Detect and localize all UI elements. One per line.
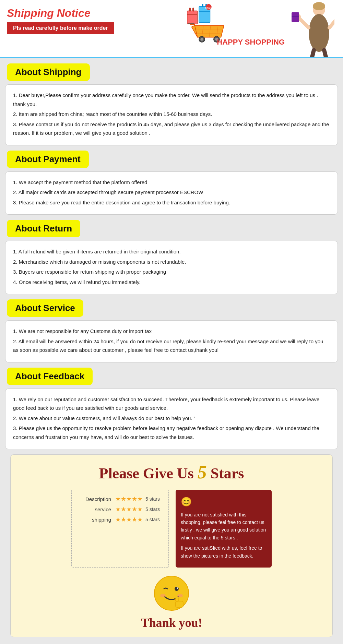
stars-count-description: 5 stars (145, 496, 160, 502)
list-item: 4. Once receiving items, we will refund … (13, 278, 330, 287)
stars-count-shipping: 5 stars (145, 517, 160, 522)
main-content: About Shipping 1. Dear buyer,Please conf… (0, 58, 343, 637)
svg-line-24 (329, 17, 334, 28)
svg-point-22 (313, 2, 325, 10)
list-item: 1. Dear buyer,Please confirm your addres… (13, 91, 330, 108)
svg-point-34 (160, 594, 166, 597)
thank-you-text: Thank you! (17, 616, 326, 630)
list-item: 1. We are not responsible for any Custom… (13, 327, 330, 336)
svg-rect-5 (202, 4, 203, 7)
service-heading: About Service (7, 299, 83, 317)
payment-heading: About Payment (7, 151, 89, 168)
payment-content: 1. We accept the payment method that the… (5, 171, 338, 215)
list-item: 2. We care about our value customers, an… (13, 414, 330, 423)
rating-label-description: Description (80, 496, 111, 502)
svg-rect-29 (292, 12, 299, 22)
svg-line-27 (312, 50, 314, 57)
info-text-2: If you are satiSfied with us, feel free … (181, 544, 267, 560)
header-subtitle: Pls read carefully before make order (7, 22, 114, 34)
rating-row-shipping: shipping ★★★★★ 5 stars (80, 516, 160, 523)
info-box: 😊 If you are not satisfied with this sho… (176, 490, 272, 568)
feedback-heading: About Feedback (7, 368, 93, 385)
stars-count-service: 5 stars (145, 506, 160, 512)
happy-shopping-text: HAPPY SHOPPING (217, 38, 285, 47)
shipping-content: 1. Dear buyer,Please confirm your addres… (5, 84, 338, 145)
list-item: 2. Merchandise which is damaged or missi… (13, 258, 330, 266)
rating-row-service: service ★★★★★ 5 stars (80, 505, 160, 513)
payment-list: 1. We accept the payment method that the… (13, 178, 330, 207)
shipping-heading: About Shipping (7, 63, 90, 81)
service-list: 1. We are not responsible for any Custom… (13, 327, 330, 355)
list-item: 2. All email will be answered within 24 … (13, 337, 330, 355)
list-item: 1. A full refund will be given if items … (13, 247, 330, 256)
rating-label-shipping: shipping (80, 517, 111, 523)
section-feedback: About Feedback 1. We rely on our reputat… (5, 368, 338, 450)
feedback-content: 1. We rely on our reputation and custome… (5, 389, 338, 450)
list-item: 3. Please contact us if you do not recei… (13, 120, 330, 138)
list-item: 2. Item are shipped from china; reach mo… (13, 110, 330, 119)
give-us-title: Please Give Us 5 Stars (17, 462, 326, 483)
svg-point-32 (175, 587, 179, 591)
list-item: 1. We rely on our reputation and custome… (13, 395, 330, 413)
header: Shipping Notice Pls read carefully befor… (0, 0, 343, 58)
svg-point-35 (177, 594, 183, 597)
list-item: 2. All major credit cards are accepted t… (13, 188, 330, 197)
return-heading: About Return (7, 220, 80, 237)
list-item: 3. Please make sure you read the entire … (13, 198, 330, 207)
rating-box: Description ★★★★★ 5 stars service ★★★★★ … (71, 490, 169, 568)
smiley-icon: 😊 (181, 495, 267, 509)
section-shipping: About Shipping 1. Dear buyer,Please conf… (5, 63, 338, 145)
info-text-1: If you are not satisfied with this shopp… (181, 511, 267, 542)
svg-rect-2 (192, 8, 194, 11)
return-content: 1. A full refund will be given if items … (5, 241, 338, 294)
svg-point-12 (200, 38, 203, 41)
stars-description: ★★★★★ (115, 495, 143, 503)
return-list: 1. A full refund will be given if items … (13, 247, 330, 286)
thumbs-up-emoji (153, 574, 190, 612)
svg-point-31 (154, 576, 189, 610)
five-stars-section: Please Give Us 5 Stars Description ★★★★★… (10, 454, 333, 637)
svg-text:SALE: SALE (205, 6, 212, 9)
thank-you-area: Thank you! (17, 574, 326, 630)
svg-rect-0 (187, 11, 198, 24)
section-payment: About Payment 1. We accept the payment m… (5, 151, 338, 215)
svg-rect-1 (189, 8, 191, 11)
feedback-list: 1. We rely on our reputation and custome… (13, 395, 330, 442)
list-item: 1. We accept the payment method that the… (13, 178, 330, 187)
svg-line-28 (324, 50, 326, 57)
svg-line-23 (298, 17, 309, 28)
person-decoration (290, 2, 334, 57)
rating-table-wrapper: Description ★★★★★ 5 stars service ★★★★★ … (17, 490, 326, 568)
section-service: About Service 1. We are not responsible … (5, 299, 338, 362)
section-return: About Return 1. A full refund will be gi… (5, 220, 338, 294)
list-item: 3. Buyers are responsible for return shi… (13, 267, 330, 276)
rating-label-service: service (80, 506, 111, 512)
svg-point-21 (309, 14, 329, 52)
list-item: 3. Please give us the opportunity to res… (13, 424, 330, 441)
rating-row-description: Description ★★★★★ 5 stars (80, 495, 160, 503)
shipping-list: 1. Dear buyer,Please confirm your addres… (13, 91, 330, 138)
service-content: 1. We are not responsible for any Custom… (5, 320, 338, 362)
stars-service: ★★★★★ (115, 505, 143, 513)
svg-rect-38 (176, 597, 178, 601)
stars-shipping: ★★★★★ (115, 516, 143, 523)
svg-point-33 (177, 587, 178, 589)
